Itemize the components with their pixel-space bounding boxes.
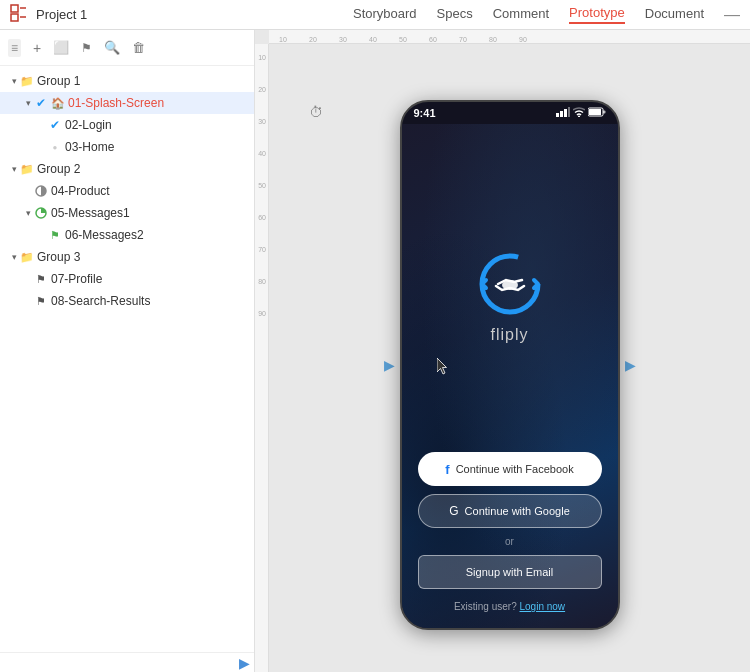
phone-status-bar: 9:41 [402,102,618,124]
home-icon-splash: 🏠 [51,96,65,110]
ruler-top: 10 20 30 40 50 60 70 80 90 [269,30,750,44]
signup-label: Signup with Email [466,566,553,578]
arrow-messages1 [22,207,34,219]
search-icon[interactable]: 🔍 [104,40,120,55]
facebook-label: Continue with Facebook [456,463,574,475]
pie-icon-messages1 [34,206,48,220]
half-circle-icon [34,184,48,198]
home-label: 03-Home [65,140,114,154]
folder-icon-group3: 📁 [20,250,34,264]
fliply-logo-icon [478,252,542,316]
main-layout: ≡ + ⬜ ⚑ 🔍 🗑 📁 Group 1 ✔ 🏠 01-Splash-Scre… [0,30,750,672]
layers-icon[interactable]: ≡ [8,39,21,57]
app-logo [10,4,28,26]
phone-container: ▶ ▶ 9:41 [400,100,620,630]
existing-user-text: Existing user? [454,601,517,612]
nav-prototype[interactable]: Prototype [569,5,625,24]
sidebar-item-profile[interactable]: ⚑ 07-Profile [0,268,254,290]
phone-frame[interactable]: 9:41 [400,100,620,630]
arrow-splash [22,97,34,109]
project-name: Project 1 [36,7,353,22]
svg-rect-6 [556,113,559,117]
sidebar-item-login[interactable]: ✔ 02-Login [0,114,254,136]
canvas-area[interactable]: 10 20 30 40 50 60 70 80 90 10 20 30 40 5… [255,30,750,672]
svg-rect-7 [560,111,563,117]
minimize-icon[interactable]: — [724,6,740,24]
dot-icon-home: ● [48,140,62,154]
folder-icon[interactable]: ⬜ [53,40,69,55]
phone-screen: fliply f Continue with Facebook G [402,124,618,628]
status-time: 9:41 [414,107,436,119]
status-icons [556,107,606,119]
signup-button[interactable]: Signup with Email [418,555,602,589]
svg-rect-8 [564,109,567,117]
messages2-label: 06-Messages2 [65,228,144,242]
canvas-content: ⏱ ▶ ▶ 9:41 [269,44,750,672]
google-icon: G [449,504,458,518]
facebook-icon: f [445,462,449,477]
arrow-group2 [8,163,20,175]
expand-arrow[interactable]: ▶ [239,655,250,671]
nav-storyboard[interactable]: Storyboard [353,6,417,23]
connector-left: ▶ [384,357,395,373]
flag-icon-profile: ⚑ [34,272,48,286]
splash-label: 01-Splash-Screen [68,96,164,110]
facebook-button[interactable]: f Continue with Facebook [418,452,602,486]
svg-rect-9 [568,107,570,117]
flag-icon-messages2: ⚑ [48,228,62,242]
group3-label: Group 3 [37,250,80,264]
check-icon-login: ✔ [48,118,62,132]
messages1-label: 05-Messages1 [51,206,130,220]
group2-label: Group 2 [37,162,80,176]
sidebar-item-group1[interactable]: 📁 Group 1 [0,70,254,92]
google-button[interactable]: G Continue with Google [418,494,602,528]
nav-comment[interactable]: Comment [493,6,549,23]
group1-label: Group 1 [37,74,80,88]
folder-icon-group2: 📁 [20,162,34,176]
sidebar-item-home[interactable]: ● 03-Home [0,136,254,158]
phone-logo-area: fliply [478,144,542,452]
nav-document[interactable]: Document [645,6,704,23]
sidebar-item-messages1[interactable]: 05-Messages1 [0,202,254,224]
arrow-group1 [8,75,20,87]
sidebar-tree: 📁 Group 1 ✔ 🏠 01-Splash-Screen ✔ 02-Logi… [0,66,254,652]
svg-point-10 [578,116,580,118]
svg-rect-1 [11,14,18,21]
svg-rect-12 [589,109,601,115]
google-label: Continue with Google [465,505,570,517]
delete-icon[interactable]: 🗑 [132,40,145,55]
check-icon-splash: ✔ [34,96,48,110]
or-text: or [505,536,514,547]
ruler-left: 10 20 30 40 50 60 70 80 90 [255,44,269,672]
arrow-group3 [8,251,20,263]
sidebar-item-group3[interactable]: 📁 Group 3 [0,246,254,268]
sidebar: ≡ + ⬜ ⚑ 🔍 🗑 📁 Group 1 ✔ 🏠 01-Splash-Scre… [0,30,255,672]
or-divider: or [418,536,602,547]
sidebar-item-product[interactable]: 04-Product [0,180,254,202]
login-now-link[interactable]: Login now [520,601,566,612]
sidebar-item-group2[interactable]: 📁 Group 2 [0,158,254,180]
sidebar-item-splash[interactable]: ✔ 🏠 01-Splash-Screen [0,92,254,114]
login-label: 02-Login [65,118,112,132]
signal-icon [556,107,570,119]
flag-icon[interactable]: ⚑ [81,41,92,55]
battery-icon [588,107,606,119]
connector-right: ▶ [625,357,636,373]
phone-buttons-area: f Continue with Facebook G Continue with… [418,452,602,612]
search-label: 08-Search-Results [51,294,150,308]
folder-icon-group1: 📁 [20,74,34,88]
existing-user-row: Existing user? Login now [418,601,602,612]
sidebar-item-messages2[interactable]: ⚑ 06-Messages2 [0,224,254,246]
profile-label: 07-Profile [51,272,102,286]
sidebar-item-search[interactable]: ⚑ 08-Search-Results [0,290,254,312]
top-nav: Project 1 Storyboard Specs Comment Proto… [0,0,750,30]
timer-icon: ⏱ [309,104,323,120]
wifi-icon [573,107,585,119]
svg-rect-0 [11,5,18,12]
flag-icon-search: ⚑ [34,294,48,308]
nav-links: Storyboard Specs Comment Prototype Docum… [353,5,704,24]
nav-specs[interactable]: Specs [437,6,473,23]
svg-point-15 [502,280,518,290]
add-icon[interactable]: + [33,40,41,56]
svg-rect-13 [603,111,606,114]
